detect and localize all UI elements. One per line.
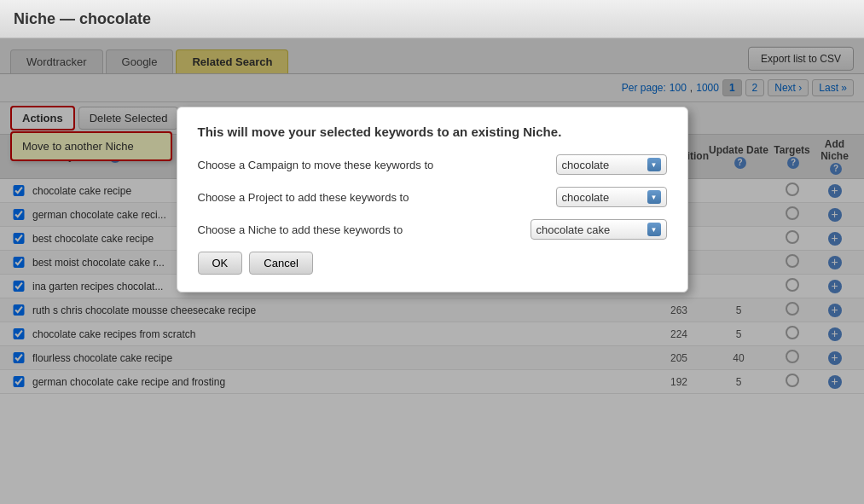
modal-box: This will move your selected keywords to… — [177, 107, 688, 293]
niche-row: Choose a Niche to add these keywords to … — [198, 219, 667, 240]
page-title: Niche — chocolate — [14, 10, 151, 28]
project-select[interactable]: chocolate ▼ — [556, 187, 667, 207]
niche-select[interactable]: chocolate cake ▼ — [531, 219, 667, 240]
ok-button[interactable]: OK — [198, 252, 243, 275]
niche-select-value: chocolate cake — [536, 223, 611, 236]
niche-select-arrow: ▼ — [647, 223, 661, 236]
project-select-arrow: ▼ — [647, 190, 661, 204]
campaign-select[interactable]: chocolate ▼ — [556, 154, 667, 175]
modal-title: This will move your selected keywords to… — [198, 125, 667, 139]
project-label: Choose a Project to add these keywords t… — [198, 191, 556, 204]
campaign-select-value: chocolate — [562, 159, 610, 171]
project-select-value: chocolate — [562, 191, 610, 204]
cancel-button[interactable]: Cancel — [249, 252, 312, 275]
modal-overlay: This will move your selected keywords to… — [0, 38, 864, 504]
modal-buttons: OK Cancel — [198, 252, 667, 275]
campaign-select-arrow: ▼ — [647, 158, 661, 171]
niche-label: Choose a Niche to add these keywords to — [198, 223, 531, 236]
campaign-label: Choose a Campaign to move these keywords… — [198, 159, 556, 171]
project-row: Choose a Project to add these keywords t… — [198, 187, 667, 207]
campaign-row: Choose a Campaign to move these keywords… — [198, 154, 667, 175]
title-bar: Niche — chocolate — [0, 0, 864, 38]
